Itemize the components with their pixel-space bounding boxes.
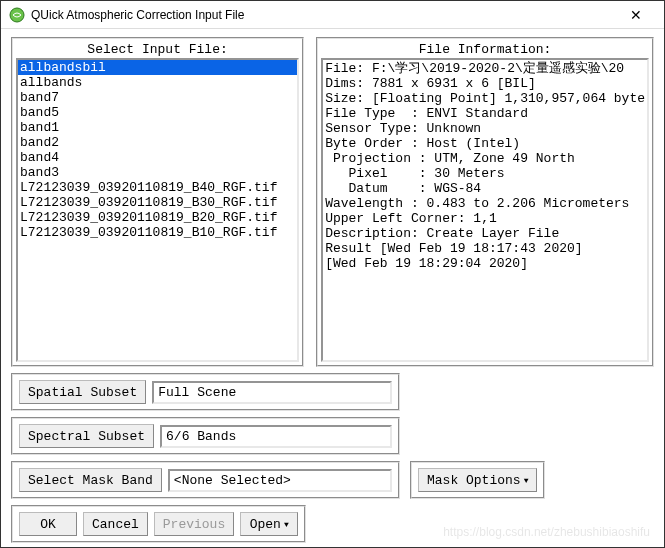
list-item[interactable]: band7	[18, 90, 297, 105]
list-item[interactable]: L72123039_03920110819_B40_RGF.tif	[18, 180, 297, 195]
spectral-subset-value: 6/6 Bands	[160, 425, 392, 448]
list-item[interactable]: band1	[18, 120, 297, 135]
select-input-file-title: Select Input File:	[15, 41, 300, 58]
dropdown-arrow-icon: ▼	[524, 476, 529, 485]
file-information-panel: File Information: File: F:\学习\2019-2020-…	[316, 37, 654, 367]
ok-button[interactable]: OK	[19, 512, 77, 536]
content-area: Select Input File: allbandsbilallbandsba…	[1, 29, 664, 547]
spectral-subset-button[interactable]: Spectral Subset	[19, 424, 154, 448]
spatial-subset-button[interactable]: Spatial Subset	[19, 380, 146, 404]
mask-band-value: <None Selected>	[168, 469, 392, 492]
watermark: https://blog.csdn.net/zhebushibiaoshifu	[443, 525, 650, 539]
titlebar: QUick Atmospheric Correction Input File …	[1, 1, 664, 29]
list-item[interactable]: L72123039_03920110819_B30_RGF.tif	[18, 195, 297, 210]
mask-options-label: Mask Options	[427, 473, 521, 488]
open-button[interactable]: Open ▼	[240, 512, 298, 536]
select-input-file-panel: Select Input File: allbandsbilallbandsba…	[11, 37, 304, 367]
file-listbox[interactable]: allbandsbilallbandsband7band5band1band2b…	[16, 58, 299, 362]
close-button[interactable]: ✕	[616, 7, 656, 23]
select-mask-band-group: Select Mask Band <None Selected>	[11, 461, 400, 499]
open-label: Open	[250, 517, 281, 532]
top-panels: Select Input File: allbandsbilallbandsba…	[11, 37, 654, 367]
file-information-title: File Information:	[320, 41, 650, 58]
list-item[interactable]: band2	[18, 135, 297, 150]
list-item[interactable]: allbandsbil	[18, 60, 297, 75]
spectral-subset-group: Spectral Subset 6/6 Bands	[11, 417, 400, 455]
mask-options-group: Mask Options ▼	[410, 461, 545, 499]
app-icon	[9, 7, 25, 23]
spatial-subset-group: Spatial Subset Full Scene	[11, 373, 400, 411]
list-item[interactable]: L72123039_03920110819_B20_RGF.tif	[18, 210, 297, 225]
mask-options-button[interactable]: Mask Options ▼	[418, 468, 537, 492]
select-mask-band-button[interactable]: Select Mask Band	[19, 468, 162, 492]
window-title: QUick Atmospheric Correction Input File	[31, 8, 616, 22]
list-item[interactable]: allbands	[18, 75, 297, 90]
bottom-button-group: OK Cancel Previous Open ▼	[11, 505, 306, 543]
list-item[interactable]: band3	[18, 165, 297, 180]
list-item[interactable]: band5	[18, 105, 297, 120]
svg-point-0	[10, 8, 24, 22]
mask-row: Select Mask Band <None Selected> Mask Op…	[11, 461, 654, 499]
dropdown-arrow-icon: ▼	[284, 520, 289, 529]
list-item[interactable]: band4	[18, 150, 297, 165]
cancel-button[interactable]: Cancel	[83, 512, 148, 536]
dialog-window: QUick Atmospheric Correction Input File …	[0, 0, 665, 548]
list-item[interactable]: L72123039_03920110819_B10_RGF.tif	[18, 225, 297, 240]
spatial-subset-value: Full Scene	[152, 381, 392, 404]
previous-button: Previous	[154, 512, 234, 536]
file-information-text: File: F:\学习\2019-2020-2\定量遥感实验\20 Dims: …	[321, 58, 649, 362]
